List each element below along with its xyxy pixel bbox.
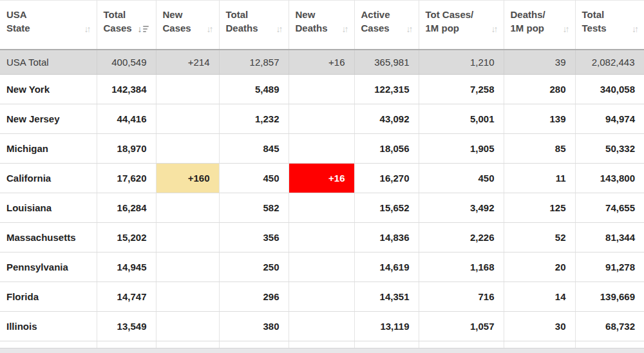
state-name: Illinois: [0, 312, 97, 341]
cell-new-deaths: [289, 253, 354, 282]
cell-tot-cases-1m-pop: 1,168: [419, 253, 504, 282]
cell-deaths-1m-pop: 85: [504, 134, 575, 164]
cell-tot-cases-1m-pop: 450: [419, 164, 504, 193]
cell-active-cases: 14,836: [354, 223, 419, 253]
table-row: Florida14,74729614,35171614139,669: [0, 282, 644, 312]
cell-active-cases: 16,270: [354, 164, 419, 193]
column-header-total-deaths[interactable]: TotalDeaths↓↑: [219, 1, 289, 50]
cell-new-cases: [156, 282, 219, 312]
cell-total-cases: 16,284: [97, 193, 156, 223]
sort-desc-icon: ↓: [138, 24, 151, 34]
empty-cell: [419, 341, 504, 348]
column-label-new-cases: NewCases: [163, 8, 191, 35]
state-name: USA Total: [0, 50, 97, 75]
cell-deaths-1m-pop: 39: [504, 50, 575, 75]
state-name: California: [0, 164, 97, 193]
state-name: Pennsylvania: [0, 253, 97, 282]
cell-active-cases: 14,351: [354, 282, 419, 312]
cell-new-deaths: +16: [289, 164, 354, 193]
cell-new-cases: +214: [156, 50, 219, 75]
cell-deaths-1m-pop: 139: [504, 104, 575, 134]
column-header-usa-state[interactable]: USAState↓↑: [0, 1, 97, 50]
column-label-active-cases: ActiveCases: [361, 8, 390, 35]
column-label-deaths-1m-pop: Deaths/1M pop: [511, 8, 545, 35]
table-row: Michigan18,97084518,0561,9058550,332: [0, 134, 644, 164]
state-name: Louisiana: [0, 193, 97, 223]
cell-new-deaths: +16: [289, 50, 354, 75]
cell-new-deaths: [289, 104, 354, 134]
state-name: Massachusetts: [0, 223, 97, 253]
column-header-new-deaths[interactable]: NewDeaths↓↑: [289, 1, 354, 50]
cell-total-tests: 94,974: [575, 104, 644, 134]
cell-total-deaths: 450: [219, 164, 289, 193]
cell-total-tests: 139,669: [575, 282, 644, 312]
cell-tot-cases-1m-pop: 5,001: [419, 104, 504, 134]
cell-new-cases: [156, 104, 219, 134]
table-row: New Jersey44,4161,23243,0925,00113994,97…: [0, 104, 644, 134]
cell-new-deaths: [289, 282, 354, 312]
column-header-new-cases[interactable]: NewCases↓↑: [156, 1, 219, 50]
table-bottom-band: [0, 348, 644, 353]
covid-stats-table: USAState↓↑TotalCases↓NewCases↓↑TotalDeat…: [0, 0, 644, 348]
state-name: Michigan: [0, 134, 97, 164]
cell-total-deaths: 845: [219, 134, 289, 164]
cell-total-tests: 81,344: [575, 223, 644, 253]
cell-total-deaths: 296: [219, 282, 289, 312]
usa-total-row: USA Total400,549+21412,857+16365,9811,21…: [0, 50, 644, 75]
cell-total-tests: 74,655: [575, 193, 644, 223]
cell-tot-cases-1m-pop: 7,258: [419, 75, 504, 104]
cell-total-cases: 44,416: [97, 104, 156, 134]
table-row: Illinois13,54938013,1191,0573068,732: [0, 312, 644, 341]
state-name: New York: [0, 75, 97, 104]
empty-cell: [575, 341, 644, 348]
empty-cell: [219, 341, 289, 348]
cell-deaths-1m-pop: 30: [504, 312, 575, 341]
cell-new-cases: [156, 253, 219, 282]
cell-new-cases: [156, 223, 219, 253]
cell-new-cases: [156, 312, 219, 341]
cell-active-cases: 14,619: [354, 253, 419, 282]
cell-total-tests: 50,332: [575, 134, 644, 164]
cell-total-deaths: 12,857: [219, 50, 289, 75]
cell-deaths-1m-pop: 280: [504, 75, 575, 104]
column-header-deaths-1m-pop[interactable]: Deaths/1M pop↓↑: [504, 1, 575, 50]
cell-active-cases: 365,981: [354, 50, 419, 75]
cell-new-cases: [156, 193, 219, 223]
cell-total-tests: 2,082,443: [575, 50, 644, 75]
column-label-tot-cases-1m-pop: Tot Cases/1M pop: [426, 8, 474, 35]
column-header-tot-cases-1m-pop[interactable]: Tot Cases/1M pop↓↑: [419, 1, 504, 50]
cell-total-deaths: 582: [219, 193, 289, 223]
cell-new-deaths: [289, 134, 354, 164]
cell-total-cases: 15,202: [97, 223, 156, 253]
cell-tot-cases-1m-pop: 1,210: [419, 50, 504, 75]
column-header-total-cases[interactable]: TotalCases↓: [97, 1, 156, 50]
table-header-row: USAState↓↑TotalCases↓NewCases↓↑TotalDeat…: [0, 1, 644, 50]
cell-total-deaths: 1,232: [219, 104, 289, 134]
state-name: Florida: [0, 282, 97, 312]
column-header-active-cases[interactable]: ActiveCases↓↑: [354, 1, 419, 50]
sort-icon: ↓↑: [632, 24, 639, 34]
cell-active-cases: 122,315: [354, 75, 419, 104]
sort-icon: ↓↑: [406, 24, 413, 34]
cell-new-deaths: [289, 312, 354, 341]
empty-cell: [0, 341, 97, 348]
sort-icon: ↓↑: [207, 24, 214, 34]
cell-new-deaths: [289, 223, 354, 253]
cell-new-cases: [156, 75, 219, 104]
cell-tot-cases-1m-pop: 1,057: [419, 312, 504, 341]
cell-active-cases: 13,119: [354, 312, 419, 341]
sort-icon: ↓↑: [563, 24, 570, 34]
empty-cell: [289, 341, 354, 348]
empty-cell: [504, 341, 575, 348]
column-label-total-deaths: TotalDeaths: [226, 8, 258, 35]
cell-deaths-1m-pop: 14: [504, 282, 575, 312]
table-row: California17,620+160450+1616,27045011143…: [0, 164, 644, 193]
table-row: Louisiana16,28458215,6523,49212574,655: [0, 193, 644, 223]
column-header-total-tests[interactable]: TotalTests↓↑: [575, 1, 644, 50]
cell-new-cases: +160: [156, 164, 219, 193]
cell-total-cases: 142,384: [97, 75, 156, 104]
cell-total-cases: 14,747: [97, 282, 156, 312]
cell-deaths-1m-pop: 52: [504, 223, 575, 253]
table-row: Massachusetts15,20235614,8362,2265281,34…: [0, 223, 644, 253]
cell-active-cases: 18,056: [354, 134, 419, 164]
